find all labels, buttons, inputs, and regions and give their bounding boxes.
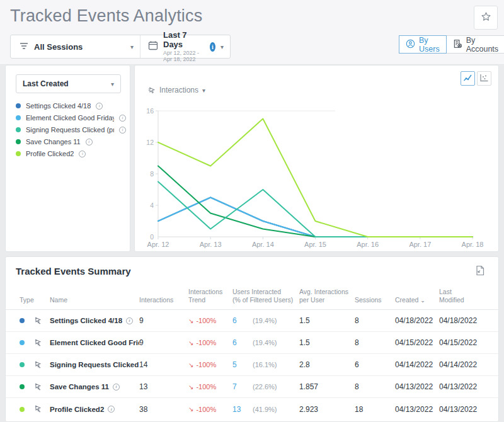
trend-down-icon: ↘	[188, 362, 193, 368]
tracked-event-type-icon	[33, 361, 50, 369]
event-color-dot	[20, 362, 25, 367]
modified-date: 04/13/2022	[439, 405, 484, 414]
users-percent: (19.4%)	[253, 339, 299, 346]
legend-item[interactable]: Element Clicked Good Friday i	[16, 113, 126, 123]
users-percent: (19.4%)	[253, 317, 299, 324]
sessions-value: 18	[355, 405, 395, 414]
cursor-click-icon	[147, 86, 156, 94]
legend-item[interactable]: Profile Clicked2 i	[16, 149, 126, 159]
star-icon	[481, 11, 491, 25]
series-color-dot	[16, 139, 21, 144]
table-title: Tracked Events Summary	[16, 266, 131, 277]
avg-interactions-value: 1.857	[299, 382, 355, 391]
sessions-value: 8	[355, 338, 395, 347]
trend-down-icon: ↘	[188, 384, 193, 391]
trend-value: -100%	[196, 406, 216, 413]
tracked-event-type-icon	[33, 405, 50, 413]
col-name[interactable]: Name	[50, 296, 139, 309]
legend-list: Settings Clicked 4/18 i Element Clicked …	[16, 101, 126, 161]
chevron-down-icon: ▾	[202, 87, 205, 94]
modified-date: 04/15/2022	[439, 338, 484, 347]
scatter-chart-toggle-button[interactable]	[477, 71, 491, 86]
info-icon[interactable]: i	[210, 42, 215, 52]
by-users-label: By Users	[419, 36, 440, 54]
legend-item[interactable]: Signing Requests Clicked (product... i	[16, 125, 126, 135]
col-created[interactable]: Created ⌄	[395, 296, 439, 309]
chevron-down-icon: ▾	[111, 81, 114, 88]
table-row[interactable]: Element Clicked Good Fridayi 9 ↘-100% 6 …	[6, 332, 498, 354]
view-toggle: By Users By Accounts	[399, 35, 504, 54]
accounts-building-icon	[453, 39, 462, 50]
series-color-dot	[16, 151, 21, 156]
info-icon[interactable]: i	[126, 317, 133, 324]
event-name[interactable]: Signing Requests Clicked (productlab)	[50, 361, 139, 368]
info-icon[interactable]: i	[86, 139, 93, 145]
svg-text:16: 16	[146, 107, 154, 115]
col-users-interacted[interactable]: Users Interacted(% of Filtered Users)	[232, 288, 299, 309]
legend-item[interactable]: Save Changes 11 i	[16, 137, 126, 147]
table-row[interactable]: Save Changes 11i 13 ↘-100% 7 (22.6%) 1.8…	[6, 376, 498, 398]
metric-dropdown[interactable]: Interactions ▾	[147, 86, 205, 94]
event-name[interactable]: Profile Clicked2	[50, 406, 104, 413]
col-last-modified[interactable]: LastModified	[439, 288, 484, 309]
col-avg-interactions[interactable]: Avg. Interactionsper User	[299, 288, 355, 309]
col-sessions[interactable]: Sessions	[355, 296, 395, 309]
tracked-event-type-icon	[33, 383, 50, 391]
info-icon[interactable]: i	[96, 103, 103, 110]
created-date: 04/13/2022	[395, 382, 439, 391]
trend-value: -100%	[196, 317, 216, 324]
sort-caret-icon: ⌄	[420, 297, 425, 304]
event-name[interactable]: Save Changes 11	[50, 383, 109, 391]
users-interacted-link[interactable]: 7	[232, 382, 253, 391]
event-color-dot	[20, 407, 25, 412]
tracked-event-type-icon	[33, 317, 50, 325]
by-accounts-button[interactable]: By Accounts	[446, 35, 504, 54]
users-interacted-link[interactable]: 13	[232, 405, 253, 414]
table-row[interactable]: Settings Clicked 4/18i 9 ↘-100% 6 (19.4%…	[6, 310, 498, 332]
svg-text:Apr. 12: Apr. 12	[147, 241, 169, 248]
table-row[interactable]: Profile Clicked2i 38 ↘-100% 13 (41.9%) 2…	[6, 398, 498, 420]
info-icon[interactable]: i	[119, 115, 126, 122]
favorite-button[interactable]	[474, 6, 498, 30]
date-range-dates: Apr 12, 2022 - Apr 18, 2022	[163, 50, 205, 63]
legend-sort-value: Last Created	[23, 79, 111, 88]
info-icon[interactable]: i	[119, 127, 126, 134]
interactions-value: 9	[139, 316, 188, 325]
date-range-dropdown[interactable]: Last 7 Days Apr 12, 2022 - Apr 18, 2022 …	[140, 35, 230, 58]
users-interacted-link[interactable]: 6	[232, 338, 253, 347]
user-circle-icon	[406, 39, 415, 50]
series-color-dot	[16, 115, 21, 120]
export-button[interactable]	[473, 265, 487, 278]
info-icon[interactable]: i	[113, 384, 120, 391]
users-interacted-link[interactable]: 6	[232, 316, 253, 325]
legend-item[interactable]: Settings Clicked 4/18 i	[16, 101, 126, 111]
svg-text:12: 12	[146, 139, 154, 146]
table-body: Settings Clicked 4/18i 9 ↘-100% 6 (19.4%…	[6, 310, 498, 420]
event-name[interactable]: Settings Clicked 4/18	[50, 317, 122, 324]
event-name[interactable]: Element Clicked Good Friday	[50, 339, 139, 346]
by-users-button[interactable]: By Users	[399, 35, 447, 54]
series-color-dot	[16, 127, 21, 132]
table-header-row: Type Name Interactions InteractionsTrend…	[6, 286, 498, 310]
trend-value: -100%	[196, 361, 216, 368]
chart-type-toggle	[461, 71, 491, 86]
trend-down-icon: ↘	[188, 406, 193, 413]
table-row[interactable]: Signing Requests Clicked (productlab)i 1…	[6, 354, 498, 376]
created-date: 04/18/2022	[395, 316, 439, 325]
users-interacted-link[interactable]: 5	[232, 360, 253, 369]
legend-sort-dropdown[interactable]: Last Created ▾	[16, 74, 121, 93]
line-chart-toggle-button[interactable]	[461, 71, 475, 86]
svg-text:8: 8	[150, 170, 154, 178]
col-interactions-trend[interactable]: InteractionsTrend	[188, 288, 232, 309]
metric-label: Interactions	[159, 86, 198, 94]
col-interactions[interactable]: Interactions	[139, 296, 188, 309]
sessions-filter-dropdown[interactable]: All Sessions ▾	[11, 35, 140, 58]
created-date: 04/13/2022	[395, 405, 439, 414]
summary-table-panel: Tracked Events Summary Type Name Interac…	[5, 256, 499, 422]
info-icon[interactable]: i	[108, 406, 115, 413]
trend-down-icon: ↘	[188, 339, 193, 346]
info-icon[interactable]: i	[79, 151, 86, 157]
event-color-dot	[20, 340, 25, 345]
col-type[interactable]: Type	[20, 296, 50, 309]
filter-lines-icon	[20, 41, 28, 52]
